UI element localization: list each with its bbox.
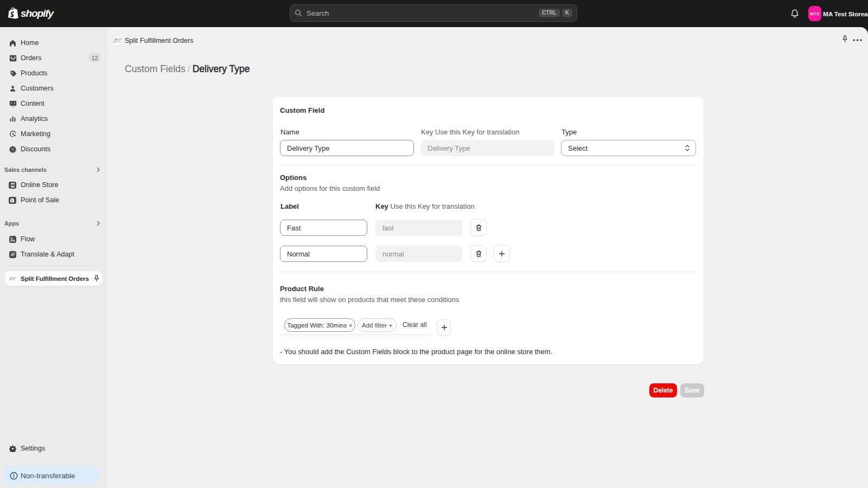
svg-text:ORD: ORD: [116, 41, 120, 43]
svg-text:ORD: ORD: [11, 279, 16, 281]
